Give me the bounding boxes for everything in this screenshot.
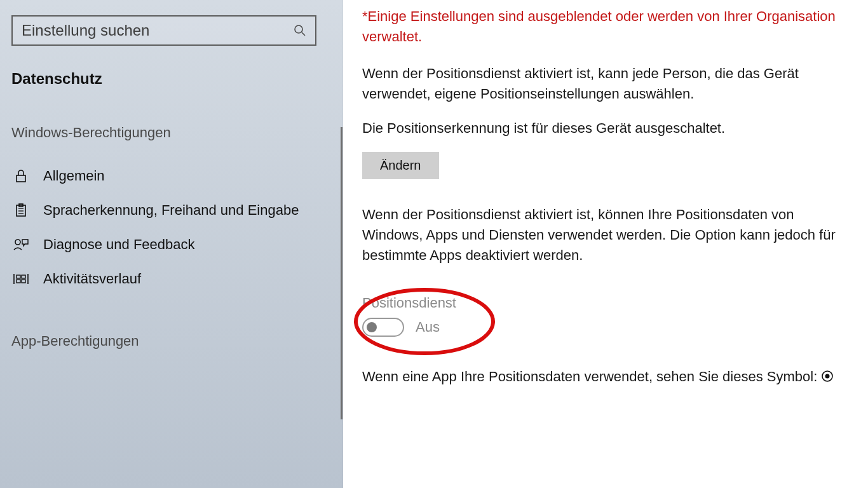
svg-rect-2 (17, 175, 25, 182)
settings-sidebar: Einstellung suchen Datenschutz Windows-B… (0, 0, 343, 488)
sidebar-group-windows-permissions: Windows-Berechtigungen (0, 125, 342, 141)
svg-point-8 (15, 240, 20, 245)
location-symbol-prefix: Wenn eine App Ihre Positionsdaten verwen… (362, 369, 821, 384)
sidebar-nav: Allgemein Spracherkennung, Freihand und … (0, 159, 342, 296)
location-indicator-icon (821, 368, 834, 388)
lock-icon (11, 168, 31, 184)
search-icon (294, 24, 306, 37)
sidebar-section-privacy: Datenschutz (0, 70, 342, 88)
location-service-toggle[interactable] (362, 318, 404, 337)
sidebar-item-label: Aktivitätsverlauf (43, 271, 141, 287)
search-placeholder: Einstellung suchen (22, 22, 149, 39)
toggle-label: Positionsdienst (362, 295, 456, 311)
change-button[interactable]: Ändern (362, 152, 439, 179)
sidebar-item-label: Spracherkennung, Freihand und Eingabe (43, 202, 299, 219)
sidebar-item-speech-inking[interactable]: Spracherkennung, Freihand und Eingabe (0, 193, 342, 227)
settings-main: *Einige Einstellungen sind ausgeblendet … (343, 0, 868, 488)
svg-rect-14 (22, 280, 25, 283)
timeline-icon (11, 271, 31, 287)
location-symbol-text: Wenn eine App Ihre Positionsdaten verwen… (362, 367, 849, 388)
svg-rect-11 (17, 275, 20, 278)
sidebar-item-label: Diagnose und Feedback (43, 236, 195, 253)
toggle-knob (367, 322, 377, 332)
toggle-state-text: Aus (416, 319, 440, 336)
location-description-1: Wenn der Positionsdienst aktiviert ist, … (362, 64, 849, 104)
svg-rect-13 (17, 280, 20, 283)
location-description-2: Wenn der Positionsdienst aktiviert ist, … (362, 205, 849, 266)
location-device-status: Die Positionserkennung ist für dieses Ge… (362, 118, 849, 139)
org-managed-warning: *Einige Einstellungen sind ausgeblendet … (362, 6, 849, 47)
svg-line-1 (302, 32, 305, 36)
scrollbar-thumb[interactable] (341, 127, 342, 419)
svg-rect-12 (22, 275, 25, 278)
svg-point-0 (295, 25, 302, 33)
sidebar-item-general[interactable]: Allgemein (0, 159, 342, 193)
sidebar-group-app-permissions: App-Berechtigungen (0, 333, 342, 349)
sidebar-item-activity-history[interactable]: Aktivitätsverlauf (0, 262, 342, 296)
search-input[interactable]: Einstellung suchen (11, 15, 316, 46)
sidebar-item-diagnostics[interactable]: Diagnose und Feedback (0, 227, 342, 262)
clipboard-icon (11, 203, 31, 218)
sidebar-item-label: Allgemein (43, 168, 105, 184)
location-service-toggle-region: Positionsdienst Aus (362, 295, 456, 337)
svg-point-17 (825, 374, 830, 379)
feedback-icon (11, 237, 31, 252)
